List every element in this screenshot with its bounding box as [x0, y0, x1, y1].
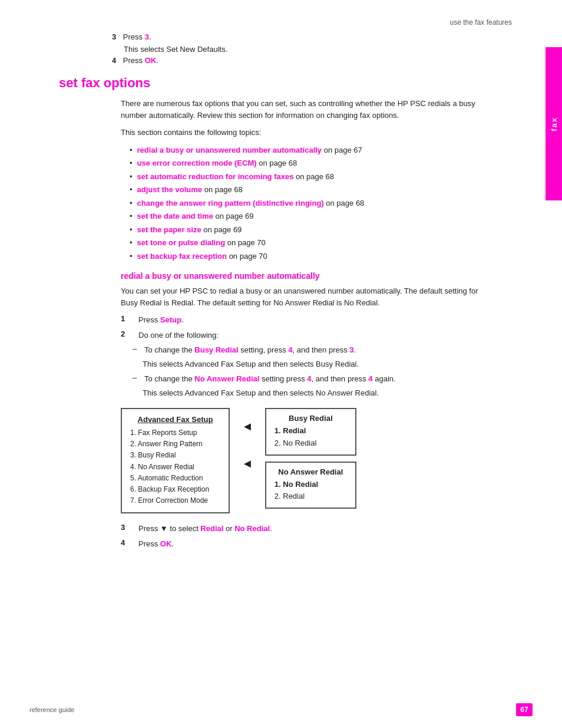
bullet-dot-1: • [130, 144, 133, 156]
bullet-dot-6: • [130, 210, 133, 222]
footer-page: 67 [516, 703, 533, 716]
busy-redial-box: Busy Redial 1. Redial 2. No Redial [265, 408, 356, 456]
bullet-link-5[interactable]: change the answer ring pattern (distinct… [137, 199, 324, 207]
footer: reference guide 67 [29, 703, 533, 716]
bullet-dot-7: • [130, 224, 133, 236]
side-tab: fax [546, 47, 562, 200]
arrows-area: ◄ ◄ [242, 408, 253, 470]
bullet-dot-3: • [130, 171, 133, 183]
bullet-text-6: set the date and time on page 69 [137, 210, 254, 222]
bullet-text-2: use error correction mode (ECM) on page … [137, 157, 297, 169]
no-redial-option: No Redial [234, 524, 270, 533]
step-2-content: Do one of the following: [138, 330, 219, 341]
header-label: use the fax features [450, 18, 530, 27]
no-answer-box: No Answer Redial 1. No Redial 2. Redial [265, 462, 356, 509]
redial-option: Redial [200, 524, 223, 533]
intro-para-1: There are numerous fax options that you … [29, 98, 533, 121]
bullet-link-1[interactable]: redial a busy or unanswered number autom… [137, 146, 322, 154]
bullet-item-5: • change the answer ring pattern (distin… [130, 197, 497, 209]
bullet-text-3: set automatic reduction for incoming fax… [137, 171, 335, 183]
bullet-item-9: • set backup fax reception on page 70 [130, 251, 497, 262]
dash-item-1: – To change the Busy Redial setting, pre… [29, 344, 533, 356]
no-answer-title: No Answer Redial [275, 467, 347, 476]
dash-2-indent: This selects Advanced Fax Setup and then… [29, 387, 533, 399]
step-1-content: Press Setup. [138, 314, 184, 326]
bullet-dot-9: • [130, 251, 133, 262]
busy-redial-title: Busy Redial [275, 414, 347, 423]
bullet-link-7[interactable]: set the paper size [137, 225, 201, 234]
step-3-text: Press 3. [123, 32, 151, 41]
bullet-item-1: • redial a busy or unanswered number aut… [130, 144, 497, 156]
bullet-text-4: adjust the volume on page 68 [137, 184, 243, 196]
step-4-number: 4 [112, 56, 116, 65]
press-3: 3 [349, 345, 353, 354]
bullet-dot-4: • [130, 184, 133, 196]
bullet-item-7: • set the paper size on page 69 [130, 224, 497, 236]
fax-setup-box: Advanced Fax Setup 1. Fax Reports Setup … [121, 408, 230, 513]
fax-setup-item-4: 4. No Answer Redial [130, 462, 220, 473]
bullet-item-3: • set automatic reduction for incoming f… [130, 171, 497, 183]
arrow-up: ◄ [242, 420, 253, 433]
bullet-link-2[interactable]: use error correction mode (ECM) [137, 159, 257, 167]
bullet-item-4: • adjust the volume on page 68 [130, 184, 497, 196]
bullet-item-8: • set tone or pulse dialing on page 70 [130, 237, 497, 249]
bottom-step-4: 4 Press OK. [29, 538, 533, 550]
content: 3 Press 3. This selects Set New Defaults… [0, 32, 562, 549]
step-3-indent: This selects Set New Defaults. [29, 45, 533, 54]
press-4-3: 4 [368, 374, 372, 383]
busy-redial-item-1: 1. Redial [275, 425, 347, 437]
no-answer-redial-link[interactable]: No Answer Redial [194, 374, 259, 383]
header-area: use the fax features [0, 0, 562, 32]
section-heading: set fax options [29, 75, 533, 91]
footer-label: reference guide [29, 706, 74, 713]
bullet-dot-8: • [130, 237, 133, 249]
step-3-block: 3 Press 3. [29, 32, 533, 41]
step-4-highlight: OK [145, 56, 157, 65]
bullet-text-9: set backup fax reception on page 70 [137, 251, 267, 262]
dash-2: – [133, 373, 140, 385]
arrow-down: ◄ [242, 457, 253, 470]
fax-setup-item-1: 1. Fax Reports Setup [130, 427, 220, 439]
ok-highlight-bottom: OK [160, 539, 172, 548]
numbered-step-2: 2 Do one of the following: [29, 330, 533, 341]
fax-setup-item-6: 6. Backup Fax Reception [130, 484, 220, 495]
dash-content-1: To change the Busy Redial setting, press… [144, 344, 356, 356]
bullet-text-8: set tone or pulse dialing on page 70 [137, 237, 266, 249]
no-answer-item-1: 1. No Redial [275, 479, 347, 491]
step-4-text: Press OK. [123, 56, 158, 65]
bullet-link-6[interactable]: set the date and time [137, 212, 213, 220]
busy-redial-item-2: 2. No Redial [275, 437, 347, 450]
fax-setup-item-3: 3. Busy Redial [130, 450, 220, 461]
press-4-1: 4 [288, 345, 292, 354]
bullet-dot-5: • [130, 197, 133, 209]
bullet-item-2: • use error correction mode (ECM) on pag… [130, 157, 497, 169]
fax-setup-item-2: 2. Answer Ring Pattern [130, 439, 220, 450]
bullet-text-5: change the answer ring pattern (distinct… [137, 197, 365, 209]
down-arrow-symbol: ▼ [160, 524, 168, 533]
dash-1: – [133, 344, 140, 356]
step-3-highlight: 3 [145, 32, 149, 41]
bottom-step-3: 3 Press ▼ to select Redial or No Redial. [29, 523, 533, 535]
step-4-block: 4 Press OK. [29, 56, 533, 65]
bullet-text-7: set the paper size on page 69 [137, 224, 242, 236]
dash-content-2: To change the No Answer Redial setting p… [144, 373, 396, 385]
bullet-link-3[interactable]: set automatic reduction for incoming fax… [137, 172, 294, 181]
sub-heading: redial a busy or unanswered number autom… [29, 271, 533, 281]
sub-intro: You can set your HP PSC to redial a busy… [29, 285, 533, 308]
bullet-link-4[interactable]: adjust the volume [137, 185, 203, 194]
redial-boxes: Busy Redial 1. Redial 2. No Redial No An… [265, 408, 356, 509]
step-1-num: 1 [121, 314, 133, 326]
numbered-step-1: 1 Press Setup. [29, 314, 533, 326]
bottom-step-4-content: Press OK. [138, 538, 174, 550]
press-4-2: 4 [307, 374, 311, 383]
bullet-list: • redial a busy or unanswered number aut… [29, 144, 533, 262]
busy-redial-link[interactable]: Busy Redial [194, 345, 238, 354]
page-container: fax use the fax features 3 Press 3. This… [0, 0, 562, 728]
bullet-link-9[interactable]: set backup fax reception [137, 252, 227, 261]
setup-highlight: Setup [160, 315, 181, 324]
no-answer-item-2: 2. Redial [275, 490, 347, 503]
bottom-step-4-num: 4 [121, 538, 133, 550]
bullet-link-8[interactable]: set tone or pulse dialing [137, 238, 226, 247]
bottom-step-3-content: Press ▼ to select Redial or No Redial. [138, 523, 272, 535]
step-2-num: 2 [121, 330, 133, 341]
